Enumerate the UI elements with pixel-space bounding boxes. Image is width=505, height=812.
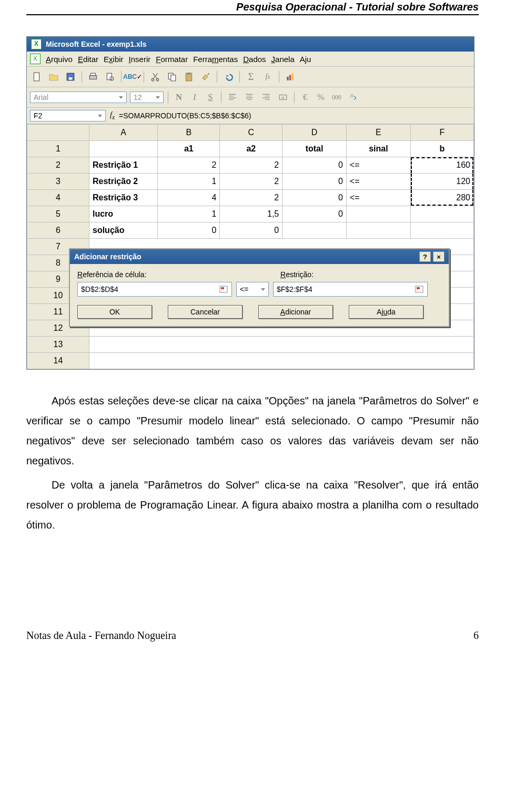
cell[interactable]: 2 [220,157,282,174]
paste-icon[interactable] [182,70,196,84]
underline-button[interactable]: S [204,93,217,102]
font-name-select[interactable]: Arial [30,92,127,103]
operator-select[interactable]: <= [236,282,269,297]
align-left-icon[interactable] [226,90,239,104]
menu-ajuda[interactable]: Aju [300,55,311,64]
chart-icon[interactable] [284,70,297,84]
col-header-d[interactable]: D [282,125,347,141]
menu-ferramentas[interactable]: Ferramentas [193,55,238,64]
col-header-e[interactable]: E [346,125,410,141]
menu-janela[interactable]: Janela [271,55,295,64]
autosum-icon[interactable]: Σ [244,70,258,84]
cell[interactable]: 4 [158,190,220,206]
cell-selected[interactable]: 280 [410,190,473,206]
cell[interactable]: a2 [220,141,282,157]
row-header[interactable]: 2 [27,157,89,174]
help-button[interactable]: Ajuda [349,305,423,319]
cell[interactable]: 0 [220,222,282,239]
cell[interactable]: 0 [282,190,347,206]
cell-selected[interactable]: 160 [410,157,473,174]
thousands-button[interactable]: 000 [330,94,343,102]
fx-label[interactable]: fx [110,111,115,121]
save-icon[interactable] [64,70,77,84]
copy-icon[interactable] [165,70,179,84]
cell[interactable]: Restrição 3 [89,190,158,206]
cell[interactable]: 2 [158,157,220,174]
row-header[interactable]: 14 [27,353,89,369]
cell[interactable]: b [410,141,473,157]
print-preview-icon[interactable] [103,70,117,84]
help-button[interactable]: ? [419,251,431,262]
col-header-b[interactable]: B [158,125,220,141]
cell[interactable] [410,222,473,239]
select-all-corner[interactable] [27,125,89,141]
format-painter-icon[interactable] [199,70,213,84]
col-header-f[interactable]: F [410,125,473,141]
cell[interactable]: sinal [346,141,410,157]
bold-button[interactable]: N [173,93,185,102]
cell[interactable] [89,337,474,353]
percent-button[interactable]: % [315,93,327,102]
increase-decimal-icon[interactable]: ,0 [346,90,360,104]
menu-editar[interactable]: Editar [78,55,98,64]
row-header[interactable]: 3 [27,174,89,190]
formula-value[interactable]: =SOMARPRODUTO(B5:C5;$B$6:$C$6) [119,111,251,120]
cell[interactable]: a1 [158,141,220,157]
cell[interactable]: 1,5 [220,206,282,222]
row-header[interactable]: 13 [27,337,89,353]
cell[interactable] [346,222,410,239]
menu-formatar[interactable]: Formatar [156,55,188,64]
menu-exibir[interactable]: Exibir [104,55,124,64]
cell[interactable]: total [282,141,347,157]
menu-dados[interactable]: Dados [243,55,266,64]
align-center-icon[interactable] [243,90,256,104]
col-header-a[interactable]: A [89,125,158,141]
worksheet-grid[interactable]: A B C D E F 1 a1 a2 total sinal b [27,124,474,369]
cell[interactable] [410,206,473,222]
cell[interactable]: lucro [89,206,158,222]
cell[interactable]: 0 [158,222,220,239]
cell[interactable]: <= [346,190,410,206]
cell[interactable] [89,353,474,369]
row-header[interactable]: 1 [27,141,89,157]
col-header-c[interactable]: C [220,125,282,141]
cell[interactable]: 2 [220,174,282,190]
cell[interactable]: solução [89,222,158,239]
add-button[interactable]: Adicionar [258,305,333,319]
cut-icon[interactable] [148,70,162,84]
cell-selected[interactable]: 120 [410,174,473,190]
name-box[interactable]: F2 [30,110,106,121]
cell[interactable]: 1 [158,174,220,190]
cell[interactable]: 1 [158,206,220,222]
merge-center-icon[interactable]: a [276,90,290,104]
cancel-button[interactable]: Cancelar [168,305,243,319]
print-icon[interactable] [86,70,100,84]
restriction-input[interactable]: $F$2:$F$4 [273,282,428,297]
italic-button[interactable]: I [188,93,201,102]
cell[interactable]: Restrição 2 [89,174,158,190]
cell[interactable]: 0 [282,157,347,174]
cell[interactable]: 0 [282,174,347,190]
font-size-select[interactable]: 12 [130,92,164,103]
ok-button[interactable]: OK [77,305,152,319]
undo-icon[interactable] [221,70,235,84]
row-header[interactable]: 5 [27,206,89,222]
cell-reference-input[interactable]: $D$2:$D$4 [77,282,232,297]
close-button[interactable]: × [433,251,445,262]
fx-icon[interactable]: fx [261,70,275,84]
align-right-icon[interactable] [259,90,273,104]
spellcheck-icon[interactable]: ABC✓ [126,70,139,84]
new-icon[interactable] [30,70,44,84]
menu-arquivo[interactable]: Arquivo [46,55,73,64]
row-header[interactable]: 4 [27,190,89,206]
currency-button[interactable]: € [299,93,311,102]
row-header[interactable]: 6 [27,222,89,239]
cell[interactable] [282,222,347,239]
cell[interactable]: <= [346,157,410,174]
cell[interactable]: Restrição 1 [89,157,158,174]
cell[interactable] [346,206,410,222]
cell[interactable]: <= [346,174,410,190]
cell[interactable]: 2 [220,190,282,206]
menu-inserir[interactable]: Inserir [129,55,151,64]
open-icon[interactable] [47,70,60,84]
